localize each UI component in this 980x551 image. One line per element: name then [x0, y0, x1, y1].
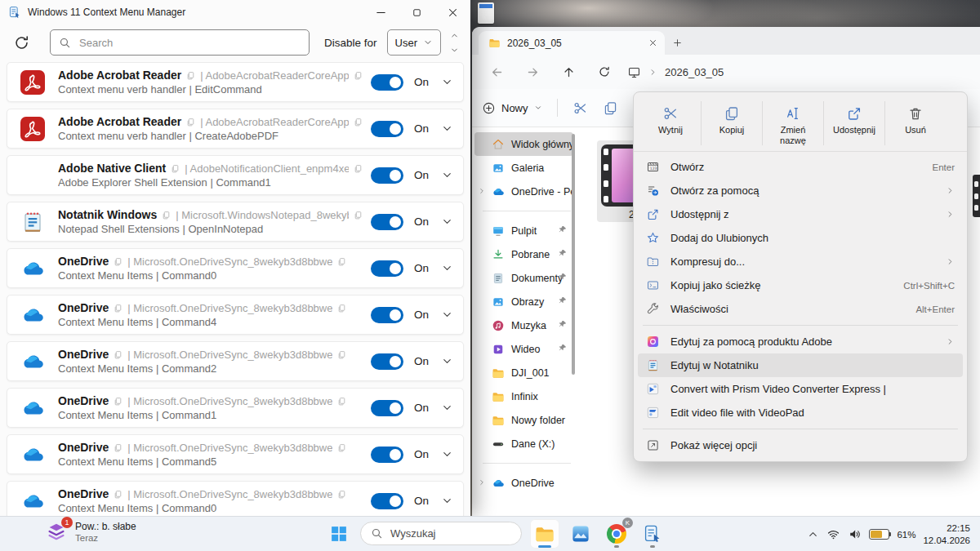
- context-action-rename[interactable]: Zmień nazwę: [763, 101, 824, 145]
- handler-toggle[interactable]: [371, 353, 403, 370]
- sidebar-item-onedrive[interactable]: OneDrive: [474, 471, 573, 495]
- up-button[interactable]: [550, 59, 586, 85]
- notification-toast[interactable]: 1 Pow.: b. słabe Teraz: [45, 520, 136, 543]
- context-menu-item[interactable]: Dodaj do Ulubionych: [638, 226, 963, 250]
- context-handler-row[interactable]: Notatnik Windows| Microsoft.WindowsNotep…: [7, 202, 464, 242]
- handler-toggle[interactable]: [371, 74, 403, 91]
- handler-state-label: On: [414, 122, 430, 135]
- context-handler-row[interactable]: Adobe Native Client| AdobeNotificationCl…: [7, 155, 464, 195]
- nav-scrollbar[interactable]: [572, 134, 575, 375]
- handler-toggle[interactable]: [371, 214, 403, 230]
- context-action-label: Zmień nazwę: [770, 125, 816, 145]
- context-menu-item-label: Kopiuj jako ścieżkę: [670, 279, 761, 291]
- explorer-tab[interactable]: 2026_03_05: [479, 31, 665, 55]
- context-handler-row[interactable]: Adobe Acrobat Reader| AdobeAcrobatReader…: [7, 109, 464, 149]
- context-menu-item[interactable]: Otwórz za pomocą: [638, 179, 963, 202]
- expander-icon: [478, 478, 486, 487]
- refresh-button[interactable]: [586, 59, 622, 85]
- taskbar-chrome[interactable]: K: [602, 519, 631, 549]
- sidebar-item-widok-g-wny[interactable]: Widok główny: [474, 132, 573, 156]
- sidebar-item-infinix[interactable]: Infinix: [474, 384, 573, 408]
- tray-chevron-up-icon[interactable]: [807, 528, 819, 540]
- handler-text: OneDrive| Microsoft.OneDriveSync_8wekyb3…: [58, 301, 363, 328]
- start-button[interactable]: [329, 524, 349, 544]
- volume-icon[interactable]: [848, 527, 862, 541]
- handler-toggle[interactable]: [371, 260, 403, 277]
- context-handler-row[interactable]: OneDrive| Microsoft.OneDriveSync_8wekyb3…: [7, 481, 464, 521]
- context-menu-item[interactable]: Kopiuj jako ścieżkęCtrl+Shift+C: [638, 273, 963, 297]
- sidebar-item-galeria[interactable]: Galeria: [474, 156, 573, 180]
- cut-icon[interactable]: [572, 100, 588, 116]
- sidebar-item-dokumenty[interactable]: Dokumenty: [474, 266, 573, 290]
- handler-state-label: On: [414, 402, 430, 414]
- context-menu-item[interactable]: Pokaż więcej opcji: [638, 433, 963, 457]
- context-handler-row[interactable]: OneDrive| Microsoft.OneDriveSync_8wekyb3…: [7, 295, 464, 335]
- context-menu-item[interactable]: Edit video file with VideoPad: [638, 401, 963, 424]
- sidebar-item-dji-001[interactable]: DJI_001: [474, 361, 573, 384]
- context-handler-row[interactable]: OneDrive| Microsoft.OneDriveSync_8wekyb3…: [7, 248, 464, 288]
- handler-toggle[interactable]: [371, 400, 403, 416]
- context-handler-row[interactable]: Adobe Acrobat Reader| AdobeAcrobatReader…: [7, 62, 464, 102]
- new-button[interactable]: Nowy: [482, 101, 542, 115]
- breadcrumb[interactable]: 2026_03_05: [627, 65, 724, 79]
- chevron-down-icon: [534, 104, 542, 112]
- context-menu-item-label: Otwórz za pomocą: [670, 184, 759, 197]
- taskbar-file-explorer[interactable]: [530, 519, 559, 549]
- nav-item-label: OneDrive: [511, 478, 555, 489]
- copy-icon[interactable]: [603, 100, 618, 116]
- handler-toggle[interactable]: [371, 307, 403, 323]
- sidebar-item-onedrive-persc[interactable]: OneDrive - Persc: [474, 180, 573, 203]
- context-menu-item[interactable]: Edytuj za pomocą produktu Adobe: [638, 330, 963, 353]
- context-menu-item[interactable]: Convert with Prism Video Converter Expre…: [638, 377, 963, 401]
- wifi-icon[interactable]: [826, 527, 840, 541]
- forward-button[interactable]: [514, 59, 550, 85]
- handler-text: Adobe Native Client| AdobeNotificationCl…: [58, 162, 363, 189]
- handler-package: | Microsoft.WindowsNotepad_8wekyb3d8bb..…: [176, 209, 349, 221]
- context-menu-item-label: Dodaj do Ulubionych: [670, 232, 768, 244]
- context-menu-item[interactable]: Kompresuj do...: [638, 250, 963, 273]
- handler-toggle[interactable]: [371, 121, 403, 137]
- sidebar-item-muzyka[interactable]: Muzyka: [474, 313, 573, 337]
- handler-title: OneDrive: [58, 441, 109, 454]
- handler-toggle[interactable]: [371, 447, 403, 463]
- context-handler-row[interactable]: OneDrive| Microsoft.OneDriveSync_8wekyb3…: [7, 434, 464, 474]
- handler-toggle[interactable]: [371, 167, 403, 184]
- search-box[interactable]: [50, 29, 310, 56]
- maximize-button[interactable]: [399, 0, 434, 24]
- context-action-share[interactable]: Udostępnij: [824, 101, 885, 145]
- taskbar-context-menu-manager[interactable]: [638, 519, 667, 549]
- handler-description: Notepad Shell Extensions | OpenInNotepad: [58, 223, 363, 235]
- scope-dropdown[interactable]: User: [387, 29, 441, 56]
- context-menu-item[interactable]: Udostępnij z: [638, 202, 963, 226]
- scroll-spinner[interactable]: [450, 31, 461, 55]
- minimize-button[interactable]: [363, 0, 399, 24]
- sidebar-item-pobrane[interactable]: Pobrane: [474, 242, 573, 266]
- context-handler-row[interactable]: OneDrive| Microsoft.OneDriveSync_8wekyb3…: [7, 388, 464, 428]
- context-menu-item[interactable]: WłaściwościAlt+Enter: [638, 297, 963, 321]
- handler-state-label: On: [414, 76, 430, 88]
- context-menu-item[interactable]: Edytuj w Notatniku: [638, 353, 963, 377]
- sidebar-item-obrazy[interactable]: Obrazy: [474, 290, 573, 313]
- adobe-pdf-icon: [20, 117, 45, 141]
- back-button[interactable]: [479, 59, 514, 85]
- sidebar-item-dane-x-[interactable]: Dane (X:): [474, 432, 573, 455]
- sidebar-item-nowy-folder[interactable]: Nowy folder: [474, 408, 573, 432]
- context-action-copy[interactable]: Kopiuj: [702, 101, 763, 145]
- sidebar-item-pulpit[interactable]: Pulpit: [474, 219, 573, 242]
- taskbar-clock[interactable]: 22:15 12.04.2026: [923, 522, 970, 547]
- context-handler-row[interactable]: OneDrive| Microsoft.OneDriveSync_8wekyb3…: [7, 341, 464, 381]
- battery-icon[interactable]: [869, 529, 889, 540]
- search-input[interactable]: [78, 36, 301, 50]
- sidebar-item-wideo[interactable]: Wideo: [474, 337, 573, 361]
- taskbar-search[interactable]: Wyszukaj: [360, 522, 522, 545]
- tab-close-icon[interactable]: [648, 38, 658, 48]
- file-context-menu: WytnijKopiujZmień nazwęUdostępnijUsuń 12…: [633, 91, 968, 462]
- refresh-icon[interactable]: [13, 34, 30, 51]
- context-action-cut[interactable]: Wytnij: [640, 101, 702, 145]
- context-action-delete[interactable]: Usuń: [885, 101, 946, 145]
- taskbar-photos[interactable]: [566, 519, 595, 549]
- close-button[interactable]: [434, 0, 470, 24]
- handler-toggle[interactable]: [371, 493, 403, 509]
- context-menu-item[interactable]: 123OtwórzEnter: [638, 155, 963, 179]
- new-tab-button[interactable]: [665, 31, 689, 55]
